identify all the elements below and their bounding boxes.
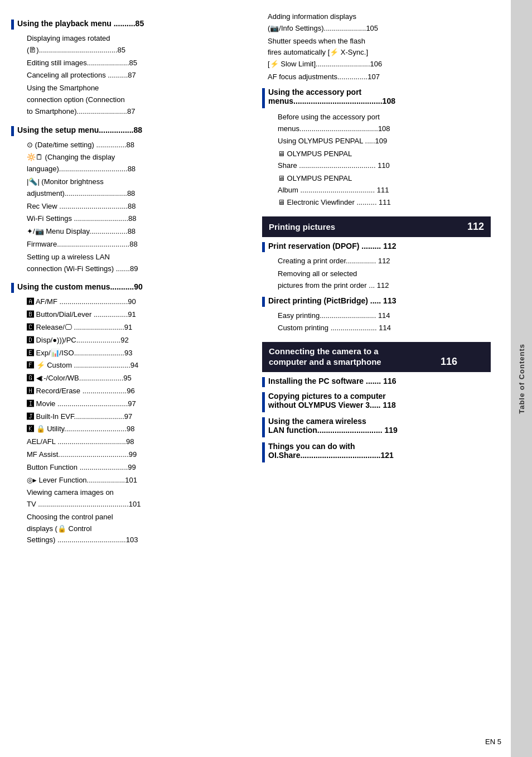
blue-bar-print-res xyxy=(262,242,265,252)
custom-menus-section: Using the custom menus...........90 xyxy=(11,282,245,293)
connecting-camera-label-line2-row: computer and a smartphone 116 xyxy=(269,356,457,368)
connecting-camera-page: 116 xyxy=(441,356,457,368)
accessory-port-section: Using the accessory portmenus...........… xyxy=(262,88,491,108)
footer-text: EN 5 xyxy=(485,737,501,746)
list-item: Removing all or selectedpictures from th… xyxy=(262,268,491,292)
list-item: MF Assist...............................… xyxy=(11,449,245,461)
list-item: Adding information displays(📷/Info Setti… xyxy=(262,11,491,35)
list-item: Viewing camera images onTV .............… xyxy=(11,487,245,510)
list-item: Choosing the control paneldisplays (🔒 Co… xyxy=(11,512,245,546)
list-item: ◎▸ Lever Function...................101 xyxy=(11,475,245,486)
list-item: 🅵 ⚡ Custom ............................9… xyxy=(11,360,245,372)
print-reservation-section: Print reservation (DPOF) ......... 112 xyxy=(262,242,491,252)
list-item: Setting up a wireless LANconnection (Wi-… xyxy=(11,252,245,275)
list-item: Wi-Fi Settings .........................… xyxy=(11,213,245,225)
blue-bar-direct xyxy=(262,297,265,307)
direct-printing-title: Direct printing (PictBridge) ..... 113 xyxy=(268,296,396,305)
list-item: Before using the accessory portmenus....… xyxy=(262,112,491,135)
blue-bar-custom xyxy=(11,283,14,293)
list-item: 🅲 Release/🖵 .........................91 xyxy=(11,322,245,334)
list-item: 🖥 Electronic Viewfinder .......... 111 xyxy=(262,197,491,209)
list-item: Custom printing ....................... … xyxy=(262,322,491,334)
list-item: 🅳 Disp/●)))/PC......................92 xyxy=(11,335,245,346)
blue-bar-copy xyxy=(262,392,265,412)
list-item: 🖥 OLYMPUS PENPALAlbum ..................… xyxy=(262,173,491,196)
connecting-camera-label-line1: Connecting the camera to a xyxy=(269,346,379,356)
printing-pictures-label: Printing pictures xyxy=(269,222,335,232)
printing-pictures-box: Printing pictures 112 xyxy=(262,216,491,237)
list-item: 🅴 Exp/📊/ISO.........................93 xyxy=(11,348,245,359)
side-tab: Table of Contents xyxy=(511,0,532,757)
blue-bar-oi xyxy=(262,442,265,462)
left-column: Using the playback menu ..........85 Dis… xyxy=(11,11,257,746)
playback-menu-title: Using the playback menu ..........85 xyxy=(17,19,144,28)
list-item: 🅱 Button/Dial/Lever .................91 xyxy=(11,309,245,321)
list-item: Editing still images....................… xyxy=(11,57,245,69)
blue-bar-install xyxy=(262,377,265,387)
list-item: 🅷 Record/Erase ......................96 xyxy=(11,385,245,397)
list-item: ⊙ (Date/time setting) ...............88 xyxy=(11,139,245,151)
list-item: |🔦| (Monitor brightnessadjustment)......… xyxy=(11,176,245,200)
print-reservation-title: Print reservation (DPOF) ......... 112 xyxy=(268,242,396,250)
direct-printing-section: Direct printing (PictBridge) ..... 113 xyxy=(262,296,491,307)
connecting-camera-box: Connecting the camera to a computer and … xyxy=(262,342,491,372)
copy-pictures-title: Copying pictures to a computerwithout OL… xyxy=(268,392,396,409)
list-item: 🅶 ◀:-/Color/WB......................95 xyxy=(11,373,245,384)
list-item: AF focus adjustments...............107 xyxy=(262,71,491,83)
list-item: Shutter speeds when the flashfires autom… xyxy=(262,36,491,70)
blue-bar-playback xyxy=(11,20,14,30)
list-item: Rec View ...............................… xyxy=(11,201,245,213)
oi-share-section: Things you can do withOI.Share..........… xyxy=(262,442,491,462)
list-item: Firmware................................… xyxy=(11,239,245,250)
blue-bar-setup xyxy=(11,126,14,136)
oi-share-title: Things you can do withOI.Share..........… xyxy=(268,442,394,460)
printing-pictures-page: 112 xyxy=(467,221,484,233)
side-tab-label: Table of Contents xyxy=(518,344,526,414)
list-item: 🖥 OLYMPUS PENPALShare ..................… xyxy=(262,148,491,172)
list-item: Using OLYMPUS PENPAL .....109 xyxy=(262,136,491,147)
list-item: 🅺 🔒 Utility.............................… xyxy=(11,423,245,435)
blue-bar-accessory xyxy=(262,88,265,108)
list-item: 🅸 Movie ................................… xyxy=(11,398,245,410)
list-item: 🅹 Built-In EVF.........................9… xyxy=(11,411,245,423)
setup-menu-title: Using the setup menu................88 xyxy=(17,126,142,134)
list-item: Creating a print order............... 11… xyxy=(262,255,491,267)
playback-menu-section: Using the playback menu ..........85 xyxy=(11,19,245,30)
list-item: ✦/📷 Menu Display...................88 xyxy=(11,226,245,238)
custom-menus-title: Using the custom menus...........90 xyxy=(17,282,143,291)
copy-pictures-section: Copying pictures to a computerwithout OL… xyxy=(262,392,491,412)
wireless-lan-title: Using the camera wirelessLAN function...… xyxy=(268,417,398,435)
list-item: Button Function ........................… xyxy=(11,462,245,474)
blue-bar-wireless xyxy=(262,417,265,437)
page-footer: EN 5 xyxy=(485,737,501,746)
list-item: 🔆🗒 (Changing the displaylanguage).......… xyxy=(11,152,245,175)
list-item: 🅰 AF/MF ................................… xyxy=(11,296,245,308)
list-item: Canceling all protections ..........87 xyxy=(11,70,245,81)
list-item: Displaying images rotated(🖹)............… xyxy=(11,33,245,56)
list-item: Easy printing...........................… xyxy=(262,310,491,322)
right-column: Adding information displays(📷/Info Setti… xyxy=(257,11,491,746)
accessory-port-title: Using the accessory portmenus...........… xyxy=(268,88,395,105)
list-item: AEL/AFL ................................… xyxy=(11,436,245,448)
list-item: Using the Smartphoneconnection option (C… xyxy=(11,83,245,117)
install-pc-section: Installing the PC software ....... 116 xyxy=(262,377,491,387)
setup-menu-section: Using the setup menu................88 xyxy=(11,126,245,136)
wireless-lan-section: Using the camera wirelessLAN function...… xyxy=(262,417,491,437)
connecting-camera-label-line2: computer and a smartphone xyxy=(269,357,381,367)
install-pc-title: Installing the PC software ....... 116 xyxy=(268,377,396,385)
